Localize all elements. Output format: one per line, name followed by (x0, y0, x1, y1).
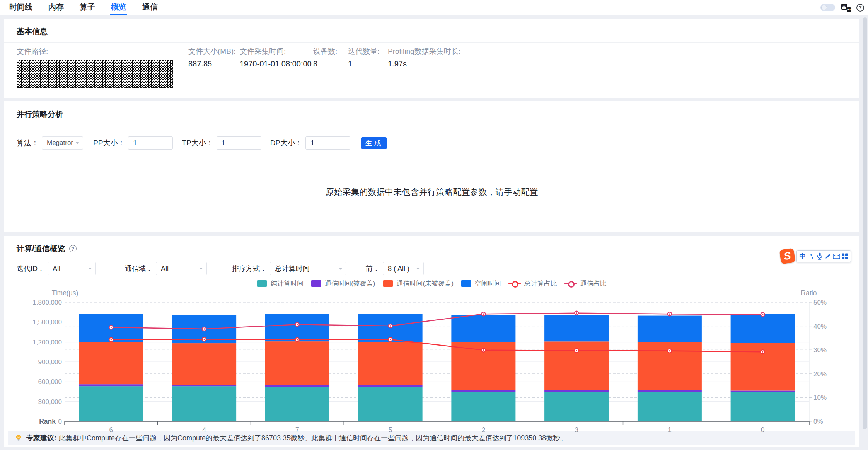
tab-operator[interactable]: 算子 (79, 0, 96, 15)
ime-punctuation-icon[interactable]: °, (807, 252, 815, 261)
bar-rank-0 (731, 314, 795, 421)
svg-text:1,200,000: 1,200,000 (32, 339, 62, 346)
svg-text:0%: 0% (813, 418, 823, 425)
svg-text:4: 4 (202, 426, 206, 434)
svg-text:300,000: 300,000 (38, 398, 62, 406)
language-translate-icon[interactable]: 中 En (841, 3, 851, 12)
svg-text:30%: 30% (813, 346, 827, 354)
svg-text:50%: 50% (813, 299, 827, 306)
bars-group (79, 314, 795, 421)
svg-text:1,500,000: 1,500,000 (32, 319, 62, 326)
ime-microphone-icon[interactable] (816, 252, 824, 261)
toggle-knob-icon (821, 5, 827, 10)
scrollbar-track (862, 16, 868, 450)
svg-text:Ratio: Ratio (801, 289, 817, 297)
svg-text:3: 3 (575, 426, 578, 434)
bar-rank-7 (265, 314, 329, 421)
svg-text:0: 0 (761, 426, 765, 434)
svg-text:2: 2 (482, 426, 486, 434)
theme-toggle[interactable] (820, 4, 835, 11)
tab-overview[interactable]: 概览 (110, 0, 127, 15)
ime-toolbar-pill: 中 °, (796, 250, 851, 262)
tab-timeline[interactable]: 时间线 (9, 0, 33, 15)
bar-rank-3 (544, 315, 609, 421)
svg-text:600,000: 600,000 (38, 378, 62, 385)
svg-text:6: 6 (109, 426, 113, 434)
sogou-logo-icon[interactable]: S (779, 248, 796, 264)
svg-text:Time(μs): Time(μs) (52, 289, 78, 297)
svg-text:1: 1 (668, 426, 672, 434)
svg-text:0: 0 (58, 418, 62, 425)
translate-en-icon: En (847, 7, 851, 12)
top-navigation-bar: 时间线 内存 算子 概览 通信 中 En ? (0, 0, 868, 15)
tab-communication[interactable]: 通信 (142, 0, 159, 15)
svg-text:40%: 40% (813, 323, 827, 330)
ime-handwriting-icon[interactable] (824, 252, 832, 261)
svg-text:1,800,000: 1,800,000 (32, 299, 62, 306)
svg-text:Rank: Rank (39, 418, 56, 425)
ime-chinese-mode-icon[interactable]: 中 (799, 252, 807, 261)
svg-text:7: 7 (295, 426, 299, 434)
svg-text:5: 5 (389, 426, 392, 434)
ime-toolbox-icon[interactable] (841, 252, 849, 261)
scrollbar-thumb[interactable] (863, 17, 867, 429)
bar-rank-1 (638, 316, 702, 421)
compute-communication-chart[interactable]: 647523101,800,0001,500,0001,200,000900,0… (0, 0, 868, 450)
translate-zh-icon: 中 (841, 4, 847, 10)
help-icon[interactable]: ? (856, 4, 864, 12)
nav-tabs: 时间线 内存 算子 概览 通信 (9, 0, 173, 15)
svg-text:10%: 10% (813, 394, 827, 401)
svg-text:20%: 20% (813, 370, 827, 378)
svg-text:900,000: 900,000 (38, 358, 62, 366)
bar-rank-2 (451, 315, 515, 421)
ime-toolbar: S 中 °, (780, 249, 851, 263)
ime-keyboard-icon[interactable] (832, 252, 840, 261)
bar-rank-5 (358, 314, 423, 421)
tab-memory[interactable]: 内存 (48, 0, 65, 15)
bar-rank-6 (79, 314, 143, 421)
